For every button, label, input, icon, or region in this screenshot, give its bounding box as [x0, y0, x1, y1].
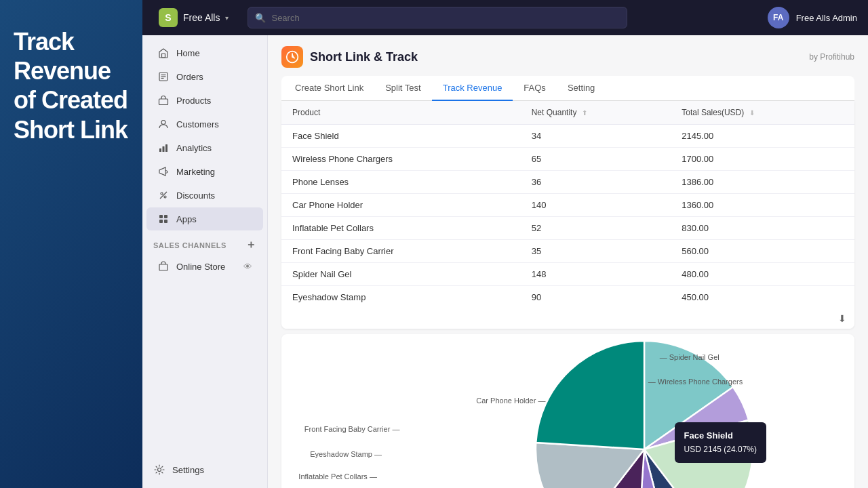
svg-rect-14 — [164, 215, 167, 218]
table-row: Front Facing Baby Carrier 35 560.00 — [281, 240, 854, 263]
cell-total-sales: 1700.00 — [671, 148, 854, 171]
svg-rect-9 — [165, 144, 167, 152]
sidebar-item-label-marketing: Marketing — [176, 167, 215, 177]
cell-net-qty: 140 — [521, 194, 671, 217]
online-store-icon — [157, 260, 170, 272]
table-row: Phone Lenses 36 1386.00 — [281, 171, 854, 194]
cell-total-sales: 2145.00 — [671, 125, 854, 148]
sidebar-item-apps[interactable]: Apps — [146, 207, 263, 230]
customers-icon — [157, 118, 170, 130]
table-row: Inflatable Pet Collars 52 830.00 — [281, 217, 854, 240]
cell-product: Front Facing Baby Carrier — [281, 240, 521, 263]
cell-product: Spider Nail Gel — [281, 263, 521, 286]
svg-rect-15 — [159, 220, 163, 223]
cell-net-qty: 148 — [521, 263, 671, 286]
chart-label-front-facing: Front Facing Baby Carrier — — [304, 425, 400, 433]
sort-icon-qty: ⬆ — [582, 109, 587, 117]
svg-rect-8 — [163, 146, 165, 152]
cell-total-sales: 830.00 — [671, 217, 854, 240]
cell-net-qty: 90 — [521, 286, 671, 309]
shopify-area: S Free Alls ▾ 🔍 FA Free Alls Admin Home — [142, 0, 868, 488]
main-content: Home Orders Products Customers — [142, 35, 868, 488]
table-row: Face Shield 34 2145.00 — [281, 125, 854, 148]
apps-icon — [157, 213, 170, 225]
cell-net-qty: 52 — [521, 217, 671, 240]
tab-track-revenue[interactable]: Track Revenue — [432, 76, 513, 101]
user-name: Free Alls Admin — [796, 13, 857, 23]
sidebar-item-label-discounts: Discounts — [176, 190, 215, 201]
store-name: Free Alls — [183, 12, 220, 23]
analytics-icon — [157, 142, 170, 154]
table-row: Car Phone Holder 140 1360.00 — [281, 194, 854, 217]
sidebar-item-customers[interactable]: Customers — [146, 113, 263, 136]
search-input[interactable] — [271, 13, 620, 23]
tab-split-test[interactable]: Split Test — [374, 76, 432, 101]
sales-channels-label: SALES CHANNELS — [153, 241, 226, 249]
sidebar-item-home[interactable]: Home — [146, 41, 263, 64]
topbar: S Free Alls ▾ 🔍 FA Free Alls Admin — [142, 0, 868, 35]
sort-icon-sales: ⬇ — [749, 109, 755, 117]
cell-total-sales: 480.00 — [671, 263, 854, 286]
topbar-right: FA Free Alls Admin — [768, 7, 857, 28]
table-row: Wireless Phone Chargers 65 1700.00 — [281, 148, 854, 171]
cell-total-sales: 560.00 — [671, 240, 854, 263]
cell-total-sales: 450.00 — [671, 286, 854, 309]
chart-label-eyeshadow: Eyeshadow Stamp — — [310, 450, 382, 458]
svg-rect-7 — [159, 148, 161, 152]
chart-label-spider: — Spider Nail Gel — [660, 353, 719, 361]
download-area: ⬇ — [281, 308, 854, 329]
tab-setting[interactable]: Setting — [557, 76, 606, 101]
settings-label: Settings — [172, 465, 204, 475]
cell-net-qty: 34 — [521, 125, 671, 148]
sidebar-item-orders[interactable]: Orders — [146, 65, 263, 88]
svg-point-11 — [164, 196, 166, 198]
table-row: Eyeshadow Stamp 90 450.00 — [281, 286, 854, 309]
sidebar-item-analytics[interactable]: Analytics — [146, 136, 263, 159]
svg-rect-5 — [159, 99, 168, 105]
col-product: Product — [281, 101, 521, 125]
app-title-area: Short Link & Track — [281, 46, 418, 68]
discounts-icon — [157, 189, 170, 201]
avatar: FA — [768, 7, 789, 28]
col-total-sales[interactable]: Total Sales(USD) ⬇ — [671, 101, 854, 125]
chart-area: Car Phone Holder — — Spider Nail Gel — W… — [281, 334, 854, 488]
chart-label-car-phone: Car Phone Holder — — [476, 396, 545, 405]
pie-segment — [536, 341, 644, 449]
cell-net-qty: 36 — [521, 171, 671, 194]
tab-create-short-link[interactable]: Create Short Link — [284, 76, 374, 101]
sidebar-item-discounts[interactable]: Discounts — [146, 184, 263, 207]
table-row: Spider Nail Gel 148 480.00 — [281, 263, 854, 286]
cell-net-qty: 65 — [521, 148, 671, 171]
add-sales-channel-button[interactable]: ＋ — [245, 238, 257, 252]
products-icon — [157, 94, 170, 106]
sidebar-item-settings[interactable]: Settings — [142, 458, 268, 481]
chart-tooltip: Face Shield USD 2145 (24.07%) — [675, 422, 766, 463]
sidebar-item-products[interactable]: Products — [146, 89, 263, 112]
sidebar-item-online-store[interactable]: Online Store 👁 — [146, 256, 263, 277]
store-selector[interactable]: S Free Alls ▾ — [153, 5, 234, 30]
online-store-label: Online Store — [176, 262, 225, 272]
cell-total-sales: 1386.00 — [671, 171, 854, 194]
svg-point-6 — [161, 121, 165, 125]
tabs: Create Short Link Split Test Track Reven… — [281, 76, 854, 101]
svg-rect-0 — [162, 54, 165, 58]
search-bar: 🔍 — [248, 7, 627, 28]
revenue-table: Product Net Quantity ⬆ Total Sales(USD) … — [281, 101, 854, 308]
svg-rect-13 — [159, 215, 163, 218]
tab-faqs[interactable]: FAQs — [513, 76, 557, 101]
svg-rect-16 — [164, 220, 167, 223]
chart-label-inflatable: Inflatable Pet Collars — — [298, 472, 377, 481]
app-title: Short Link & Track — [310, 50, 418, 64]
home-icon — [157, 47, 170, 59]
search-icon: 🔍 — [255, 13, 266, 23]
sidebar-item-label-products: Products — [176, 96, 211, 106]
col-net-qty[interactable]: Net Quantity ⬆ — [521, 101, 671, 125]
cell-product: Phone Lenses — [281, 171, 521, 194]
cell-total-sales: 1360.00 — [671, 194, 854, 217]
cell-product: Car Phone Holder — [281, 194, 521, 217]
sidebar-item-marketing[interactable]: Marketing — [146, 160, 263, 183]
settings-icon — [153, 464, 165, 476]
cell-product: Inflatable Pet Collars — [281, 217, 521, 240]
download-icon[interactable]: ⬇ — [838, 313, 846, 324]
sidebar-item-label-home: Home — [176, 48, 200, 58]
